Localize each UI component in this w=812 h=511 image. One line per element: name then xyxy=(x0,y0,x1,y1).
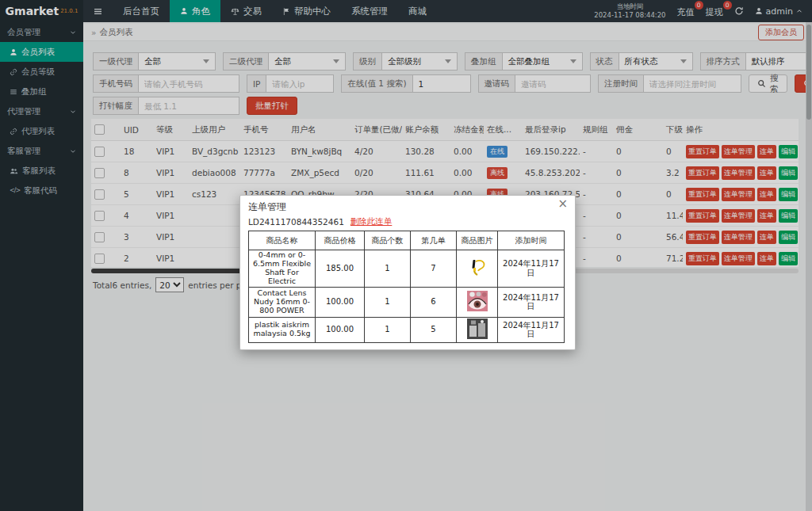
product-name-cell: Contact Lens Nudy 16mm 0-800 POWER xyxy=(249,287,316,317)
modal-table-body: 0-4mm or 0-6.5mm Flexible Shaft For Elec… xyxy=(249,250,565,343)
product-which-cell: 5 xyxy=(411,317,457,342)
modal-column-header: 商品个数 xyxy=(365,231,411,250)
chain-order-modal: 连单管理 × LD2411170844352461 删除此连单 商品名称商品价格… xyxy=(239,195,576,350)
chain-order-number: LD2411170844352461 xyxy=(248,217,344,227)
modal-column-header: 商品名称 xyxy=(249,231,316,250)
product-count-cell: 1 xyxy=(365,250,411,288)
contact-lens-icon xyxy=(467,291,488,311)
product-which-cell: 7 xyxy=(411,250,457,288)
modal-table-header-row: 商品名称商品价格商品个数第几单商品图片添加时间 xyxy=(249,231,565,250)
product-date-cell: 2024年11月17日 xyxy=(498,287,565,317)
product-name-cell: 0-4mm or 0-6.5mm Flexible Shaft For Elec… xyxy=(249,250,316,288)
product-image-cell xyxy=(457,287,498,317)
product-image-cell xyxy=(457,250,498,288)
product-count-cell: 1 xyxy=(365,317,411,342)
flexible-shaft-icon xyxy=(467,257,488,278)
modal-title: 连单管理 xyxy=(240,196,575,215)
chain-order-table: 商品名称商品价格商品个数第几单商品图片添加时间 0-4mm or 0-6.5mm… xyxy=(248,231,565,343)
product-image-cell xyxy=(457,317,498,342)
modal-table-row: plastik aiskrim malaysia 0.5kg100.001520… xyxy=(249,317,565,342)
product-count-cell: 1 xyxy=(365,287,411,317)
plastic-bag-icon xyxy=(467,318,488,339)
modal-column-header: 添加时间 xyxy=(498,231,565,250)
modal-table-row: 0-4mm or 0-6.5mm Flexible Shaft For Elec… xyxy=(249,250,565,288)
product-price-cell: 100.00 xyxy=(316,317,365,342)
modal-column-header: 第几单 xyxy=(411,231,457,250)
product-name-cell: plastik aiskrim malaysia 0.5kg xyxy=(249,317,316,342)
modal-column-header: 商品图片 xyxy=(457,231,498,250)
product-date-cell: 2024年11月17日 xyxy=(498,250,565,288)
modal-column-header: 商品价格 xyxy=(316,231,365,250)
delete-chain-order-link[interactable]: 删除此连单 xyxy=(350,216,393,227)
modal-order-line: LD2411170844352461 删除此连单 xyxy=(240,215,575,231)
product-price-cell: 185.00 xyxy=(316,250,365,288)
modal-table-row: Contact Lens Nudy 16mm 0-800 POWER100.00… xyxy=(249,287,565,317)
product-which-cell: 6 xyxy=(411,287,457,317)
product-price-cell: 100.00 xyxy=(316,287,365,317)
product-date-cell: 2024年11月17日 xyxy=(498,317,565,342)
close-icon[interactable]: × xyxy=(557,198,568,210)
